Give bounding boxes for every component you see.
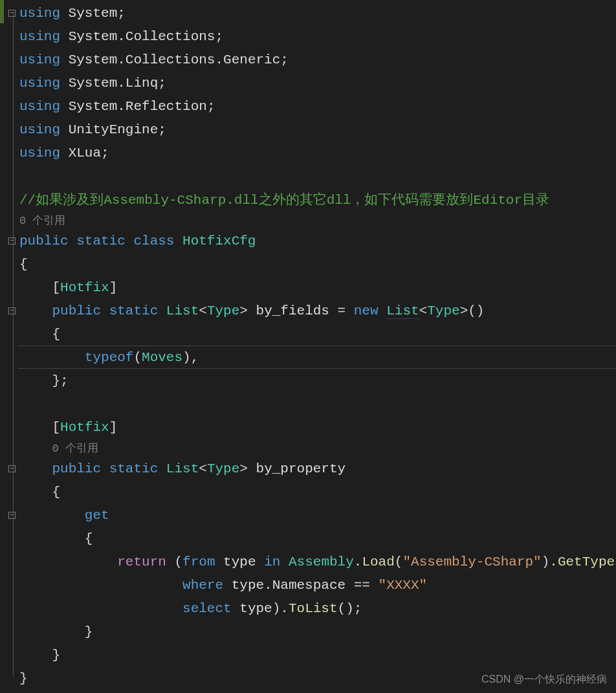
code-line[interactable]: {: [0, 527, 616, 550]
code-line[interactable]: − public static List<Type> by_property: [0, 457, 616, 480]
code-line[interactable]: select type).ToList();: [0, 597, 616, 620]
code-line[interactable]: return (from type in Assembly.Load("Asse…: [0, 550, 616, 573]
code-line[interactable]: //如果涉及到Assembly-CSharp.dll之外的其它dll，如下代码需…: [0, 188, 616, 211]
code-line[interactable]: using System.Reflection;: [0, 94, 616, 118]
code-line[interactable]: − public static class HotfixCfg: [0, 229, 616, 252]
code-line[interactable]: [Hotfix]: [0, 415, 616, 439]
fold-minus-icon[interactable]: −: [8, 307, 16, 314]
code-line[interactable]: using System.Collections.Generic;: [0, 48, 616, 71]
code-line[interactable]: [0, 392, 616, 415]
code-line[interactable]: − get: [0, 503, 616, 527]
keyword: using: [19, 6, 60, 21]
code-line[interactable]: [0, 164, 616, 188]
code-lens[interactable]: 0 个引用: [0, 211, 616, 229]
code-line[interactable]: }: [0, 620, 616, 643]
code-line[interactable]: }: [0, 643, 616, 666]
fold-vline: [13, 12, 14, 676]
watermark: CSDN @一个快乐的神经病: [481, 673, 607, 687]
code-line[interactable]: using UnityEngine;: [0, 118, 616, 141]
code-line[interactable]: where type.Namespace == "XXXX": [0, 573, 616, 597]
fold-minus-icon[interactable]: −: [8, 512, 16, 519]
fold-minus-icon[interactable]: −: [8, 465, 16, 472]
code-line[interactable]: };: [0, 369, 616, 392]
fold-minus-icon[interactable]: −: [8, 10, 16, 17]
comment: //如果涉及到Assembly-CSharp.dll之外的其它dll，如下代码需…: [19, 193, 549, 208]
code-line[interactable]: using System.Collections;: [0, 25, 616, 48]
code-line[interactable]: using XLua;: [0, 141, 616, 164]
code-line[interactable]: [Hotfix]: [0, 276, 616, 299]
code-line[interactable]: − public static List<Type> by_fields = n…: [0, 299, 616, 322]
code-line[interactable]: {: [0, 252, 616, 276]
code-lens[interactable]: 0 个引用: [0, 439, 616, 457]
code-line[interactable]: − using System;: [0, 1, 616, 25]
fold-minus-icon[interactable]: −: [8, 237, 16, 245]
code-line-current[interactable]: typeof(Moves),: [0, 346, 616, 369]
code-editor[interactable]: − using System; using System.Collections…: [0, 0, 616, 690]
code-line[interactable]: {: [0, 480, 616, 503]
change-marker: [0, 0, 4, 23]
code-line[interactable]: using System.Linq;: [0, 71, 616, 94]
code-line[interactable]: {: [0, 322, 616, 346]
